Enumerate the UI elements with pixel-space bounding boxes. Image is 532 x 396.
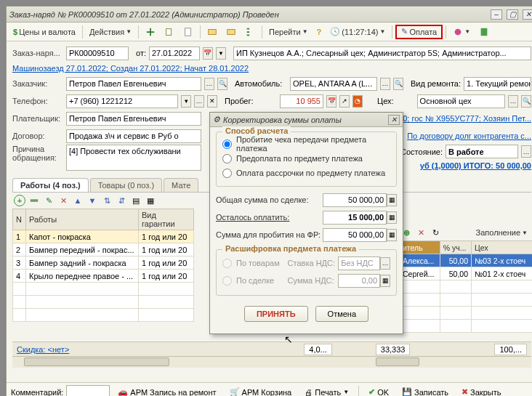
table-row[interactable]	[13, 309, 194, 322]
tool-d[interactable]	[203, 25, 221, 39]
goto-button[interactable]: Перейти▼	[265, 25, 312, 39]
col-worker[interactable]: итель	[400, 241, 440, 254]
table-row[interactable]	[400, 320, 533, 333]
shop-lookup[interactable]: …	[508, 95, 518, 108]
arm-cart-button[interactable]: 🛒АРМ Корзина	[225, 385, 297, 397]
table-row[interactable]	[13, 296, 194, 309]
customer-lookup[interactable]: …	[204, 78, 214, 90]
tool-e[interactable]	[222, 25, 240, 39]
phone-c[interactable]: ✕	[207, 95, 217, 108]
payer-input[interactable]: Петров Павел Евгеньевич	[66, 112, 201, 126]
table-row[interactable]	[400, 307, 533, 320]
payment-button[interactable]: ✎Оплата	[395, 25, 443, 39]
phone-a[interactable]: ▾	[181, 95, 191, 108]
contract-link[interactable]: По договору долг контрагента с...	[407, 132, 531, 140]
left-label[interactable]: Осталось оплатить:	[216, 213, 323, 222]
mileage-c[interactable]: ◔	[352, 95, 363, 108]
add-row-button[interactable]: +	[14, 195, 25, 206]
org-input[interactable]: ИП Кузнецов А.А.; Слесарный цех; Админис…	[233, 47, 531, 60]
del-worker-button[interactable]: ✕	[415, 227, 427, 238]
accept-button[interactable]: ПРИНЯТЬ	[244, 306, 308, 322]
table-row[interactable]	[400, 294, 533, 307]
tool-h[interactable]	[475, 25, 493, 39]
minimize-button[interactable]: –	[491, 9, 502, 20]
radio-receipt[interactable]: Пробитие чека передачи предмета платежа	[222, 137, 390, 151]
dialog-close-button[interactable]: ✕	[388, 115, 400, 125]
table-row[interactable]: 1Капот - покраска1 год или 20	[13, 230, 194, 243]
car-lookup[interactable]: …	[380, 78, 390, 90]
close-button[interactable]: ✕	[523, 9, 532, 20]
state-input[interactable]: В работе	[446, 145, 518, 158]
actions-button[interactable]: Действия▼	[86, 25, 135, 39]
doc-date-input[interactable]: 27.01.2022	[149, 47, 200, 60]
col-shop[interactable]: Цех	[472, 241, 533, 254]
discount-link[interactable]: Скидка: <нет>	[17, 345, 69, 354]
tab-materials[interactable]: Мате	[164, 178, 198, 192]
more-b-button[interactable]: ▦	[145, 195, 156, 206]
mileage-b[interactable]: ↗	[339, 95, 350, 108]
comment-input[interactable]	[66, 385, 110, 396]
save-button[interactable]: 💾Записать	[397, 385, 454, 397]
left-input[interactable]: 15 000,00	[323, 211, 387, 225]
car-input[interactable]: OPEL, ANTARA A (L...	[290, 77, 377, 91]
tool-b[interactable]	[161, 25, 178, 39]
vehicle-link[interactable]: 0; гос № X955УС777; Хозяин Пет...	[403, 114, 531, 123]
total-link[interactable]: уб (1,0000) ИТОГО: 50 000,00	[420, 161, 531, 170]
total-input[interactable]: 50 000,00	[323, 193, 387, 207]
down-button[interactable]: ▼	[86, 195, 98, 206]
clock-button[interactable]: 🕓(11:27:14)▼	[326, 25, 389, 39]
table-row[interactable]: Сергей...50,00№01 2-х стоеч	[400, 267, 533, 280]
repair-type-input[interactable]: 1. Текущий ремон	[464, 77, 531, 91]
close-form-button[interactable]: ✖Закрыть	[456, 385, 506, 397]
mileage-a[interactable]: 📅	[326, 95, 336, 108]
sort-a-button[interactable]: ⇅	[101, 195, 113, 206]
table-row[interactable]: 2Бампер передний - покрас...1 год или 20	[13, 243, 194, 256]
col-work[interactable]: Работы	[26, 209, 139, 230]
phone-b[interactable]: …	[194, 95, 204, 108]
more-a-button[interactable]: ▤	[130, 195, 142, 206]
fill-button[interactable]: Заполнение▼	[472, 225, 531, 240]
col-pct[interactable]: % уч...	[440, 241, 471, 254]
maximize-button[interactable]: ▢	[507, 9, 518, 20]
tool-f[interactable]	[241, 25, 259, 39]
table-row[interactable]: Алекса...50,00№03 2-х стоеч	[400, 254, 533, 267]
total-calc[interactable]: ▦	[387, 194, 397, 206]
arm-repair-button[interactable]: 🚗АРМ Запись на ремонт	[113, 385, 221, 397]
del-row-button[interactable]: ✕	[57, 195, 69, 206]
cancel-button[interactable]: Отмена	[315, 306, 368, 322]
shop-input[interactable]: Основной цех	[417, 94, 505, 108]
customer-open[interactable]: 🔍	[217, 78, 227, 90]
table-row[interactable]: 3Бампер задний - покраска1 год или 20	[13, 256, 194, 270]
mileage-input[interactable]: 10 955	[280, 94, 323, 108]
contract-input[interactable]: Продажа з\ч и сервис в Руб о	[66, 129, 201, 143]
state-dd[interactable]: …	[521, 145, 531, 158]
table-row[interactable]	[13, 283, 194, 296]
help-button[interactable]: ?	[313, 25, 326, 39]
table-row[interactable]: 4Крыло переднее правое - ...1 год или 20	[13, 270, 194, 283]
tool-c[interactable]	[180, 25, 197, 39]
reason-input[interactable]: [4] Провести тех обслуживани	[66, 145, 201, 171]
edit-row-button[interactable]: ✎	[43, 195, 55, 206]
doc-num-input[interactable]: РК00009510	[66, 47, 129, 60]
h-scrollbar[interactable]	[12, 356, 531, 368]
fr-calc[interactable]: ▦	[387, 229, 397, 241]
print-button[interactable]: 🖨Печать▼	[299, 385, 354, 397]
col-n[interactable]: N	[13, 209, 26, 230]
tab-works[interactable]: Работы (4 поз.)	[12, 178, 89, 192]
car-open[interactable]: 🔍	[393, 78, 403, 90]
col-warranty[interactable]: Вид гарантии	[139, 209, 194, 230]
up-button[interactable]: ▲	[72, 195, 84, 206]
tab-goods[interactable]: Товары (0 поз.)	[90, 178, 162, 192]
radio-installment[interactable]: Оплата рассрочки по предмету платежа	[222, 166, 390, 180]
left-calc[interactable]: ▦	[387, 211, 397, 224]
phone-input[interactable]: +7 (960) 1221212	[66, 94, 178, 108]
shop-open[interactable]: 🔍	[521, 95, 531, 108]
fr-input[interactable]: 50 000,00	[323, 228, 387, 242]
ok-button[interactable]: ✔OK	[363, 385, 394, 397]
radio-prepay[interactable]: Предоплата по предмету платежа	[222, 151, 390, 166]
sort-b-button[interactable]: ⇵	[116, 195, 127, 206]
table-row[interactable]	[400, 280, 533, 294]
tool-a[interactable]	[142, 25, 159, 39]
calendar-button[interactable]: 📅	[203, 47, 213, 60]
date-dd-button[interactable]: ▼	[216, 47, 226, 60]
